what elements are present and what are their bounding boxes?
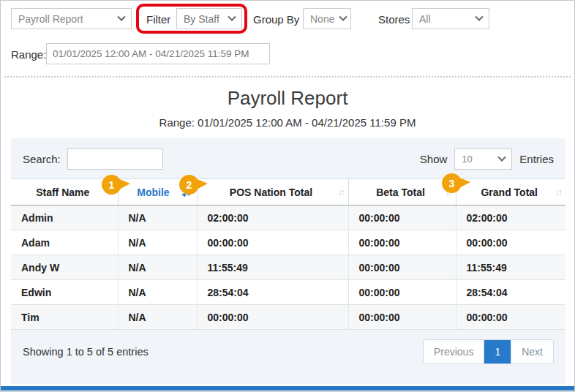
cell-grand-total: 02:00:00 — [456, 206, 565, 230]
cell-pos-nation-total: 11:55:49 — [197, 255, 348, 280]
table-row: Admin N/A 02:00:00 00:00:00 02:00:00 — [11, 206, 565, 230]
cell-beta-total: 00:00:00 — [348, 206, 456, 230]
cell-grand-total: 00:00:00 — [456, 230, 565, 255]
range-label: Range: — [11, 48, 46, 61]
cell-pos-nation-total: 00:00:00 — [197, 305, 348, 330]
chevron-down-icon — [228, 12, 236, 20]
cell-grand-total: 11:55:49 — [456, 255, 565, 280]
cell-mobile: N/A — [118, 230, 197, 255]
cell-beta-total: 00:00:00 — [348, 230, 456, 255]
annotation-badge-2: 2 — [179, 175, 211, 195]
page-size-value: 10 — [462, 154, 472, 165]
cell-staff-name: Edwin — [11, 280, 118, 305]
cell-grand-total: 28:54:04 — [456, 280, 565, 305]
cell-staff-name: Adam — [11, 230, 118, 255]
chevron-down-icon — [339, 12, 347, 20]
pagination: Previous 1 Next — [423, 339, 554, 364]
group-by-label: Group By — [253, 13, 299, 26]
cell-mobile: N/A — [118, 255, 197, 280]
entries-status: Showing 1 to 5 of 5 entries — [23, 346, 149, 358]
column-header-pos-nation-total[interactable]: POS Nation Total ↓↑ — [197, 179, 348, 206]
stores-label: Stores — [378, 13, 410, 26]
cell-pos-nation-total: 02:00:00 — [197, 206, 348, 230]
annotation-badge-1: 1 — [102, 175, 134, 195]
cell-beta-total: 00:00:00 — [348, 255, 456, 280]
entries-label: Entries — [519, 153, 554, 165]
payroll-table: Staff Name ↓↑ Mobile — [11, 178, 565, 330]
page-1-button[interactable]: 1 — [484, 340, 511, 363]
bottom-accent-bar — [1, 386, 574, 391]
cell-mobile: N/A — [118, 280, 197, 305]
chevron-down-icon — [475, 12, 483, 20]
search-input[interactable] — [67, 148, 163, 170]
previous-page-button[interactable]: Previous — [424, 340, 484, 363]
group-by-select[interactable]: None — [303, 8, 351, 29]
divider — [4, 76, 571, 78]
stores-select[interactable]: All — [412, 8, 489, 29]
cell-pos-nation-total: 00:00:00 — [197, 230, 348, 255]
annotation-badge-3: 3 — [442, 173, 474, 194]
table-controls-row: Search: Show 10 Entries — [11, 138, 565, 178]
cell-staff-name: Tim — [11, 305, 118, 330]
filter-value: By Staff — [184, 13, 219, 25]
filter-label: Filter — [146, 13, 170, 26]
cell-grand-total: 00:00:00 — [456, 305, 565, 330]
table-header-row: Staff Name ↓↑ Mobile — [11, 179, 565, 206]
table-row: Adam N/A 00:00:00 00:00:00 00:00:00 — [11, 230, 565, 255]
report-type-value: Payroll Report — [18, 13, 83, 25]
table-row: Edwin N/A 28:54:04 00:00:00 28:54:04 — [11, 280, 565, 305]
next-page-button[interactable]: Next — [511, 340, 553, 363]
cell-staff-name: Andy W — [11, 255, 118, 280]
page-size-select[interactable]: 10 — [454, 148, 512, 170]
table-row: Andy W N/A 11:55:49 00:00:00 11:55:49 — [11, 255, 565, 280]
table-footer: Showing 1 to 5 of 5 entries Previous 1 N… — [11, 330, 565, 374]
payroll-report-window: Payroll Report Filter By Staff Group By … — [0, 0, 575, 392]
sort-icon: ↓↑ — [555, 187, 561, 197]
cell-staff-name: Admin — [11, 206, 118, 230]
column-header-beta-total[interactable]: Beta Total ↓↑ — [348, 179, 456, 206]
filter-select[interactable]: By Staff — [176, 8, 242, 29]
cell-pos-nation-total: 28:54:04 — [197, 280, 348, 305]
page-title: Payroll Report — [1, 87, 574, 110]
report-type-select[interactable]: Payroll Report — [11, 8, 132, 29]
chevron-down-icon — [498, 153, 506, 161]
cell-beta-total: 00:00:00 — [348, 280, 456, 305]
stores-value: All — [419, 13, 431, 25]
cell-mobile: N/A — [118, 206, 197, 230]
show-label: Show — [420, 153, 448, 165]
report-card: Search: Show 10 Entries Staff Name — [11, 138, 565, 384]
range-input[interactable] — [46, 43, 270, 64]
search-label: Search: — [23, 153, 61, 165]
chevron-down-icon — [117, 12, 125, 20]
page-subtitle: Range: 01/01/2025 12:00 AM - 04/21/2025 … — [1, 116, 574, 129]
sort-icon: ↓↑ — [338, 187, 344, 197]
cell-beta-total: 00:00:00 — [348, 305, 456, 330]
cell-mobile: N/A — [118, 305, 197, 330]
table-row: Tim N/A 00:00:00 00:00:00 00:00:00 — [11, 305, 565, 330]
group-by-value: None — [310, 13, 334, 25]
